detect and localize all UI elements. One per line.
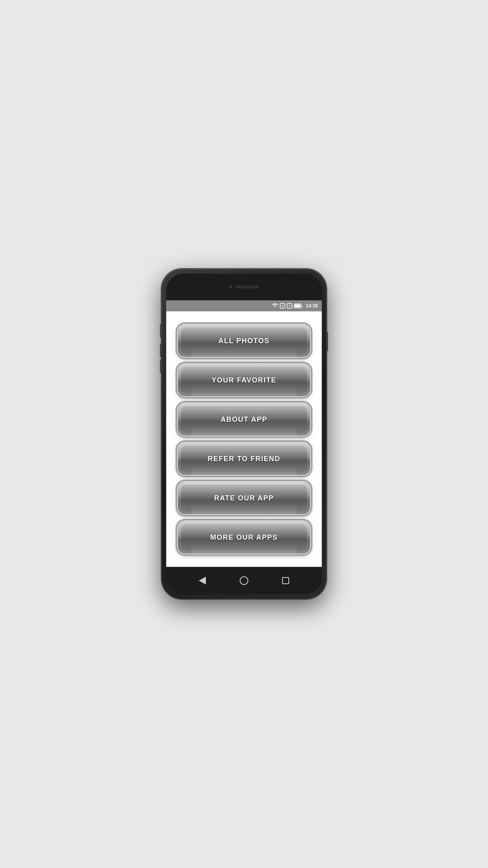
speaker-grille	[235, 286, 259, 288]
svg-rect-7	[301, 305, 302, 307]
about-app-label: ABOUT APP	[221, 416, 268, 424]
your-favorite-button[interactable]: YOUR FAVORITE	[178, 364, 310, 396]
about-app-button[interactable]: ABOUT APP	[178, 403, 310, 436]
refer-to-friend-inner: REFER TO FRIEND	[181, 445, 307, 472]
top-bezel	[166, 274, 322, 300]
home-button[interactable]	[240, 576, 248, 585]
refer-to-friend-label: REFER TO FRIEND	[207, 455, 280, 463]
rate-our-app-label: RATE OUR APP	[214, 494, 274, 502]
app-content: ALL PHOTOSYOUR FAVORITEABOUT APPREFER TO…	[166, 311, 322, 567]
camera-area	[229, 285, 259, 289]
more-our-apps-inner: MORE OUR APPS	[181, 524, 307, 551]
svg-marker-0	[274, 306, 276, 307]
camera-dot	[229, 285, 232, 289]
battery-icon	[294, 303, 303, 308]
status-bar: ? ? 14:35	[166, 300, 322, 311]
recents-button[interactable]	[282, 577, 289, 584]
status-time: 14:35	[306, 303, 318, 309]
all-photos-inner: ALL PHOTOS	[181, 327, 307, 354]
phone-inner: ? ? 14:35 ALL PHOTOSYOUR FAVORITEABOUT A…	[166, 274, 322, 594]
about-app-inner: ABOUT APP	[181, 406, 307, 433]
your-favorite-label: YOUR FAVORITE	[211, 376, 276, 384]
rate-our-app-button[interactable]: RATE OUR APP	[178, 482, 310, 514]
refer-to-friend-button[interactable]: REFER TO FRIEND	[178, 443, 310, 475]
more-our-apps-label: MORE OUR APPS	[210, 533, 278, 542]
signal-icon-1: ?	[280, 303, 285, 309]
svg-text:?: ?	[282, 304, 284, 308]
all-photos-label: ALL PHOTOS	[218, 337, 270, 345]
wifi-icon	[272, 303, 278, 308]
more-our-apps-button[interactable]: MORE OUR APPS	[178, 521, 310, 554]
back-button[interactable]	[199, 577, 206, 585]
screen: ? ? 14:35 ALL PHOTOSYOUR FAVORITEABOUT A…	[166, 300, 322, 567]
svg-text:?: ?	[289, 304, 291, 308]
rate-our-app-inner: RATE OUR APP	[181, 485, 307, 511]
bottom-bezel	[166, 567, 322, 594]
signal-icon-2: ?	[287, 303, 292, 309]
svg-rect-6	[295, 305, 300, 307]
your-favorite-inner: YOUR FAVORITE	[181, 367, 307, 394]
all-photos-button[interactable]: ALL PHOTOS	[178, 325, 310, 357]
phone-device: ? ? 14:35 ALL PHOTOSYOUR FAVORITEABOUT A…	[161, 269, 327, 599]
